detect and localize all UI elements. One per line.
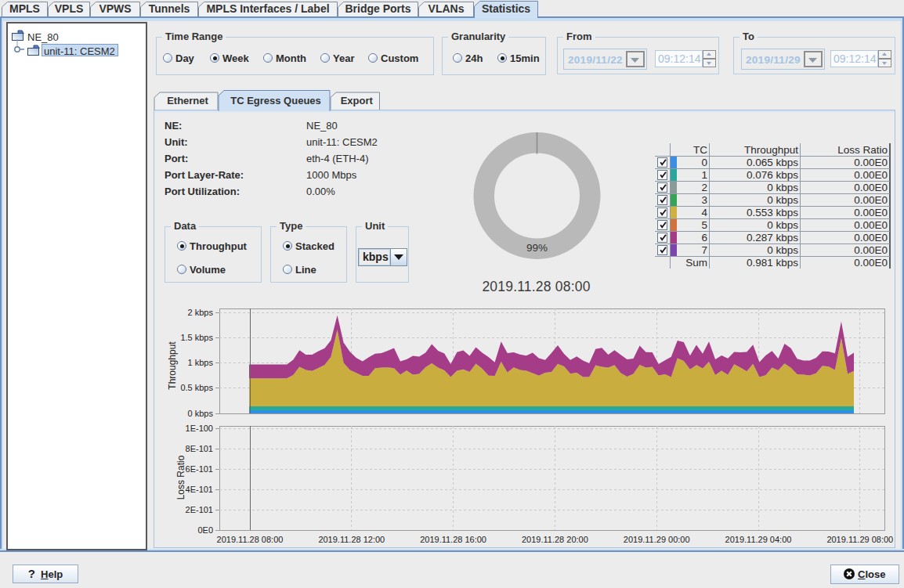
svg-text:TC Egress Queues: TC Egress Queues: [230, 95, 321, 106]
svg-text:99%: 99%: [526, 242, 548, 254]
svg-text:VLANs: VLANs: [428, 2, 465, 15]
svg-text:Statistics: Statistics: [482, 2, 530, 15]
svg-text:2019.11.29 08:00: 2019.11.29 08:00: [826, 535, 893, 544]
svg-text:2 kbps: 2 kbps: [188, 308, 214, 317]
svg-text:VPWS: VPWS: [99, 2, 131, 15]
svg-text:Bridge Ports: Bridge Ports: [345, 2, 410, 15]
svg-text:Tunnels: Tunnels: [149, 2, 190, 15]
svg-text:Ethernet: Ethernet: [167, 95, 208, 106]
svg-text:MPLS: MPLS: [9, 2, 40, 15]
svg-text:Export: Export: [341, 95, 374, 106]
svg-text:1.5 kbps: 1.5 kbps: [180, 333, 213, 342]
svg-text:2019.11.28 08:00: 2019.11.28 08:00: [217, 535, 284, 544]
svg-text:8E-101: 8E-101: [186, 444, 213, 453]
svg-text:2019.11.29 04:00: 2019.11.29 04:00: [725, 535, 792, 544]
svg-text:1 kbps: 1 kbps: [188, 358, 214, 367]
svg-text:0.5 kbps: 0.5 kbps: [180, 383, 213, 392]
svg-text:Throughput: Throughput: [167, 341, 178, 390]
svg-text:2019.11.28 16:00: 2019.11.28 16:00: [420, 535, 486, 544]
svg-text:1E-100: 1E-100: [186, 424, 213, 433]
svg-text:Loss Ratio: Loss Ratio: [175, 455, 186, 500]
svg-text:6E-101: 6E-101: [186, 464, 213, 474]
svg-text:2019.11.29 00:00: 2019.11.29 00:00: [624, 535, 690, 544]
svg-text:2E-101: 2E-101: [186, 505, 213, 514]
svg-text:0E0: 0E0: [197, 525, 213, 535]
svg-text:2019.11.28 20:00: 2019.11.28 20:00: [522, 535, 588, 544]
svg-text:4E-101: 4E-101: [186, 485, 213, 494]
svg-text:2019.11.28 12:00: 2019.11.28 12:00: [318, 535, 385, 544]
svg-text:VPLS: VPLS: [55, 2, 84, 15]
svg-text:MPLS Interfaces / Label: MPLS Interfaces / Label: [206, 2, 329, 15]
svg-text:0 kbps: 0 kbps: [188, 409, 214, 418]
